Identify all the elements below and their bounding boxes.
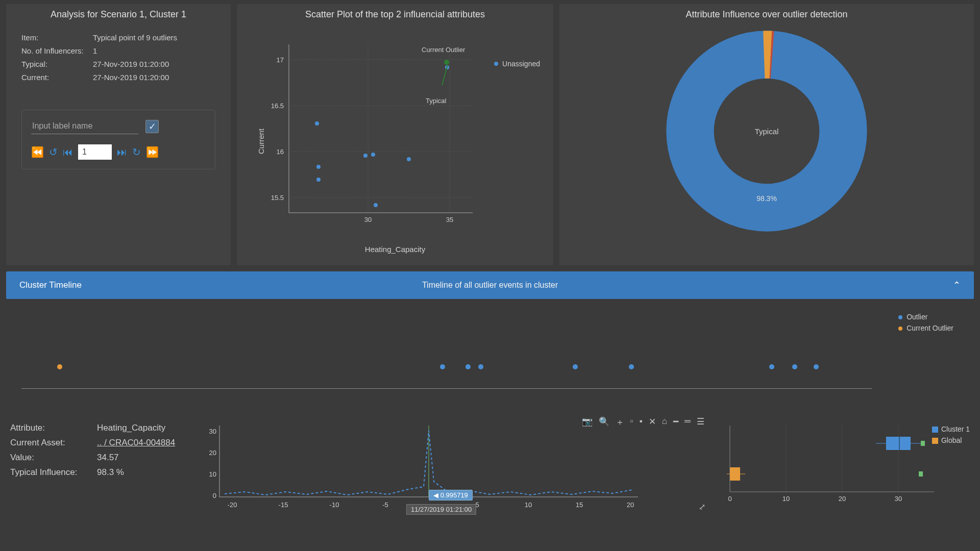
svg-text:0: 0 [728,495,731,503]
scatter-legend: Unassigned [494,60,540,68]
toggle1-icon[interactable]: ━ [673,416,678,428]
timeline-legend: Outlier Current Outlier [898,311,953,334]
svg-text:20: 20 [839,495,846,503]
svg-text:15.5: 15.5 [271,194,284,202]
scatter-x-label: Heating_Capacity [365,245,425,254]
svg-text:10: 10 [209,470,216,478]
fast-rewind-icon[interactable]: ⏪ [31,146,44,158]
influence-label: Typical Influence: [10,465,97,480]
svg-point-16 [316,178,321,182]
square-icon [932,438,938,444]
label-name-input[interactable] [31,118,138,134]
timeline-outlier-dot[interactable] [792,364,797,369]
svg-point-20 [407,157,411,161]
svg-text:10: 10 [525,501,532,509]
item-label: Item: [21,31,93,44]
home-icon[interactable]: ⌂ [662,416,667,428]
typical-value: 27-Nov-2019 01:20:00 [93,58,169,71]
timeline-subtitle: Timeline of all outlier events in cluste… [422,281,558,290]
timeline-outlier-dot[interactable] [465,364,471,369]
undo-icon[interactable]: ↺ [49,146,58,158]
confirm-checkbox[interactable]: ✓ [145,120,159,133]
timeline-outlier-dot[interactable] [769,364,774,369]
dot-icon [898,327,902,331]
scatter-panel: Scatter Plot of the top 2 influencial at… [237,4,553,265]
influence-value: 98.3 % [97,465,124,480]
analysis-info: Item:Typical point of 9 outliers No. of … [21,31,223,84]
line-chart-toolbar: 📷 🔍 ＋ ▫ ▪ ✕ ⌂ ━ ═ ☰ [582,416,704,428]
fast-forward-icon[interactable]: ⏩ [146,146,159,158]
svg-text:10: 10 [782,495,790,503]
svg-text:-5: -5 [382,501,388,509]
donut-panel: Attribute Influence over outlier detecti… [559,4,974,265]
item-value: Typical point of 9 outliers [93,31,177,44]
skip-prev-icon[interactable]: ⏮ [63,146,73,158]
analysis-title: Analysis for Scenario 1, Cluster 1 [14,9,223,20]
current-value: 27-Nov-2019 01:20:00 [93,71,169,84]
timeline-current-outlier-dot[interactable] [57,364,62,369]
zoom-icon[interactable]: 🔍 [599,416,609,428]
timeline-outlier-dot[interactable] [629,364,634,369]
svg-text:-10: -10 [330,501,339,509]
svg-text:30: 30 [895,495,902,503]
timeline-outlier-dot[interactable] [478,364,483,369]
dot-icon [898,315,902,319]
donut-title: Attribute Influence over outlier detecti… [568,9,966,20]
value-value: 34.57 [97,450,119,465]
donut-main-pct: 98.3% [756,194,777,203]
chevron-up-icon[interactable]: ⌃ [953,280,961,291]
analysis-panel: Analysis for Scenario 1, Cluster 1 Item:… [6,4,231,265]
current-label: Current: [21,71,93,84]
plus-icon[interactable]: ＋ [616,416,624,428]
attribute-value: Heating_Capacity [97,420,165,435]
timeline-title: Cluster Timeline [19,280,82,290]
cross-icon[interactable]: ✕ [649,416,656,428]
svg-text:30: 30 [209,428,216,435]
timeline-outlier-dot[interactable] [814,364,819,369]
timeline-axis [21,388,872,389]
line-hover-value: ◀ 0.995719 [429,490,473,500]
scatter-plot[interactable]: 17 16.5 16 15.5 30 35 Current Outli [268,34,483,233]
menu-icon[interactable]: ☰ [697,416,704,428]
line-chart-panel: 📷 🔍 ＋ ▫ ▪ ✕ ⌂ ━ ═ ☰ 30 20 10 0 -20 -15 -… [204,420,704,514]
redo-icon[interactable]: ↻ [132,146,141,158]
svg-point-18 [371,153,375,157]
svg-line-23 [442,65,448,85]
svg-text:20: 20 [627,501,634,509]
svg-text:15: 15 [576,501,583,509]
box-plot[interactable]: 0 10 20 30 [715,420,949,512]
line-chart[interactable]: 30 20 10 0 -20 -15 -10 -5 5 10 15 20 [204,420,643,512]
bottom-section: Attribute:Heating_Capacity Current Asset… [6,411,974,514]
svg-rect-57 [921,441,925,446]
timeline-outlier-dot[interactable] [440,364,445,369]
timeline-outlier-dot[interactable] [573,364,578,369]
svg-text:35: 35 [446,216,453,223]
expand-icon[interactable]: ⤢ [699,502,705,512]
camera-icon[interactable]: 📷 [582,416,593,428]
toggle2-icon[interactable]: ═ [684,416,691,428]
asset-label: Current Asset: [10,435,97,450]
influencers-label: No. of Influencers: [21,44,93,58]
label-controls: ✓ ⏪ ↺ ⏮ ⏭ ↻ ⏩ [21,110,215,169]
svg-point-19 [374,203,378,207]
svg-point-14 [315,121,319,126]
svg-rect-55 [886,437,911,450]
value-label: Value: [10,450,97,465]
timeline-body: Outlier Current Outlier [6,299,974,411]
box-legend: Cluster 1 Global [932,423,970,446]
box-chart-panel: Cluster 1 Global 0 10 20 30 [715,420,970,514]
attribute-label: Attribute: [10,420,97,435]
attribute-info: Attribute:Heating_Capacity Current Asset… [10,420,194,514]
step-input[interactable] [78,144,112,160]
timeline-header[interactable]: Cluster Timeline Timeline of all outlier… [6,271,974,299]
skip-next-icon[interactable]: ⏭ [117,146,127,158]
svg-text:Typical: Typical [426,97,447,105]
minus-box-icon[interactable]: ▪ [640,416,643,428]
typical-label: Typical: [21,58,93,71]
influencers-value: 1 [93,44,97,58]
svg-rect-59 [730,467,740,481]
svg-text:16: 16 [277,148,284,156]
line-hover-time: 11/27/2019 01:21:00 [406,504,476,515]
asset-link[interactable]: .. / CRAC04-004884 [97,435,175,450]
box-select-icon[interactable]: ▫ [630,416,633,428]
